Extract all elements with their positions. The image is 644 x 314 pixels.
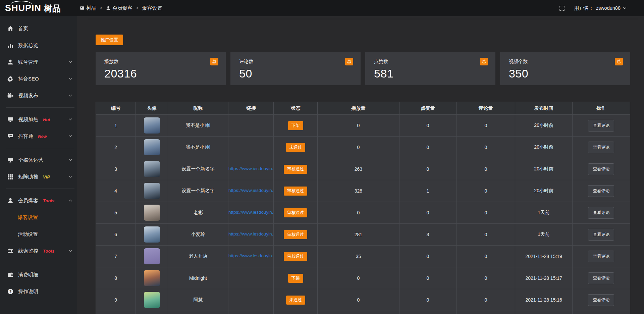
cell-status: 未通过 (274, 289, 318, 311)
cell-status (274, 311, 318, 314)
sidebar-item-data-overview[interactable]: 数据总览 (0, 37, 77, 54)
cell-action: 查看评论 (572, 246, 630, 267)
stat-label: 播放数 (104, 59, 118, 64)
view-comments-button[interactable]: 查看评论 (588, 251, 614, 262)
sidebar-item-douyin-seo[interactable]: 抖音SEO (0, 70, 77, 87)
app-logo: SHUPIN 树品 (0, 4, 77, 13)
cell-link (228, 289, 274, 311)
cell-link: https://www.iesdouyin.c (228, 202, 274, 224)
view-comments-button[interactable]: 查看评论 (588, 163, 614, 175)
cell-likes: 0 (399, 137, 456, 158)
sidebar-item-matrix-boost[interactable]: 矩阵助推VIP (0, 168, 77, 185)
cell-plays: 35 (318, 246, 399, 267)
sidebar-subitem-activity-settings[interactable]: 活动设置 (0, 226, 77, 243)
view-comments-button[interactable]: 查看评论 (588, 142, 614, 153)
table-row: 8Midnight下架0002021-11-28 15:17查看评论 (96, 267, 630, 289)
cell-avatar (136, 202, 168, 224)
cell-plays: 263 (318, 158, 399, 180)
breadcrumb-item[interactable]: 会员爆客 (106, 5, 132, 11)
cell-action: 查看评论 (572, 202, 630, 224)
video-link[interactable]: https://www.iesdouyin.c (228, 231, 273, 237)
cell-time: 1天前 (515, 224, 572, 246)
status-badge: 审核通过 (284, 230, 307, 239)
video-icon (7, 93, 13, 99)
col-header-comments: 评论量 (457, 102, 515, 115)
promotion-settings-button[interactable]: 推广设置 (96, 35, 123, 45)
stat-value: 20316 (104, 67, 218, 80)
fullscreen-icon[interactable] (559, 5, 565, 11)
table-row: 3设置一个新名字https://www.iesdouyin.c审核通过26300… (96, 158, 630, 180)
sidebar-item-consumption-detail[interactable]: 消费明细 (0, 266, 77, 283)
cell-index: 2 (96, 137, 136, 158)
logo-text-cn: 树品 (44, 4, 61, 13)
cell-plays: 0 (318, 137, 399, 158)
breadcrumb-item[interactable]: 树品 (80, 5, 96, 11)
stat-label: 点赞数 (374, 59, 388, 64)
status-badge: 审核通过 (284, 252, 307, 261)
user-icon (106, 6, 111, 10)
view-comments-button[interactable]: 查看评论 (588, 229, 614, 241)
avatar (144, 226, 160, 243)
cell-nickname: 老彬 (168, 202, 228, 224)
cell-time: 20小时前 (515, 137, 572, 158)
sidebar-item-video-heating[interactable]: 视频加热Hot (0, 111, 77, 128)
sidebar-item-label: 视频加热 (18, 116, 38, 123)
sidebar-item-video-publish[interactable]: 视频发布 (0, 87, 77, 104)
video-link[interactable]: https://www.iesdouyin.c (228, 166, 273, 171)
cell-time: 20小时前 (515, 158, 572, 180)
table-row: 1我不是小帅!下架00020小时前查看评论 (96, 115, 630, 137)
view-comments-button[interactable]: 查看评论 (588, 207, 614, 219)
cell-index: 5 (96, 202, 136, 224)
main-content: 推广设置 播放数 总 20316 评论数 总 50 点赞数 总 581 视频个数… (77, 16, 644, 314)
cell-time (515, 311, 572, 314)
view-comments-button[interactable]: 查看评论 (588, 120, 614, 132)
sidebar-item-operation-guide[interactable]: ?操作说明 (0, 283, 77, 300)
breadcrumb-separator: > (136, 6, 139, 10)
breadcrumb-item[interactable]: 爆客设置 (142, 5, 162, 11)
sidebar: 首页数据总览账号管理抖音SEO视频发布视频加热Hot抖客通New全媒体运营矩阵助… (0, 16, 77, 314)
breadcrumb-separator: > (100, 6, 102, 10)
cell-status: 未通过 (274, 137, 318, 158)
chevron-down-icon (623, 6, 627, 10)
home-icon (7, 25, 13, 32)
sidebar-item-all-media-operation[interactable]: 全媒体运营 (0, 152, 77, 168)
col-header-publish-time: 发布时间 (515, 102, 572, 115)
cell-index: 6 (96, 224, 136, 246)
breadcrumb-label: 爆客设置 (142, 5, 162, 11)
view-comments-button[interactable]: 查看评论 (588, 294, 614, 306)
cell-action: 查看评论 (572, 267, 630, 289)
col-header-nickname: 昵称 (168, 102, 228, 115)
sidebar-item-clue-monitor[interactable]: 线索监控Tools (0, 243, 77, 259)
cell-comments: 0 (457, 267, 515, 289)
cell-link (228, 311, 274, 314)
view-comments-button[interactable]: 查看评论 (588, 272, 614, 284)
cell-link: https://www.iesdouyin.c (228, 180, 274, 202)
cell-comments: 0 (457, 289, 515, 311)
video-link[interactable]: https://www.iesdouyin.c (228, 253, 273, 258)
chevron-down-icon (68, 175, 72, 179)
stat-value: 350 (509, 67, 623, 80)
sidebar-item-member-baoke[interactable]: 会员爆客Tools (0, 192, 77, 209)
cell-time: 20小时前 (515, 115, 572, 137)
sidebar-item-douketong[interactable]: 抖客通New (0, 128, 77, 145)
cell-link: https://www.iesdouyin.c (228, 224, 274, 246)
user-menu[interactable]: 用户名： zswodun88 (574, 5, 627, 11)
video-link[interactable]: https://www.iesdouyin.c (228, 188, 273, 193)
sidebar-item-home[interactable]: 首页 (0, 20, 77, 37)
sidebar-item-label: 线索监控 (18, 248, 38, 254)
sidebar-item-label: 操作说明 (18, 289, 38, 295)
video-link[interactable]: https://www.iesdouyin.c (228, 210, 273, 215)
cell-index: 4 (96, 180, 136, 202)
username-value: zswodun88 (596, 5, 621, 11)
sidebar-subitem-baoke-settings[interactable]: 爆客设置 (0, 209, 77, 226)
chevron-down-icon (68, 77, 72, 81)
cell-action: 查看评论 (572, 224, 630, 246)
view-comments-button[interactable]: 查看评论 (588, 185, 614, 197)
page: { "app": { "logo_en": "SHUPIN", "logo_cn… (0, 0, 644, 314)
table-row: 4设置一个新名字https://www.iesdouyin.c审核通过32810… (96, 180, 630, 202)
sidebar-item-account-management[interactable]: 账号管理 (0, 54, 77, 70)
cell-nickname: 我不是小帅! (168, 115, 228, 137)
avatar (144, 292, 160, 308)
monitor-icon (7, 116, 13, 122)
avatar (144, 248, 160, 264)
